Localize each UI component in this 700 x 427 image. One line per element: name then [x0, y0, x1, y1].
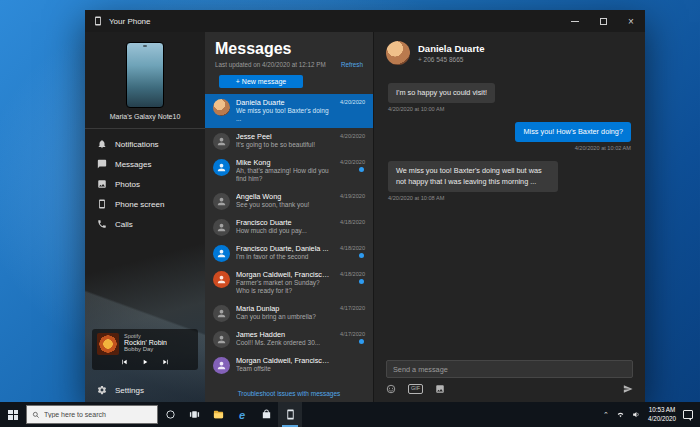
sidebar-item-messages[interactable]: Messages	[85, 154, 205, 174]
sidebar-item-notifications[interactable]: Notifications	[85, 134, 205, 154]
conversation-date: 4/18/2020	[340, 271, 365, 277]
unread-dot	[359, 339, 364, 344]
your-phone-taskbar-icon[interactable]	[278, 402, 302, 427]
conversation-date: 4/20/2020	[340, 133, 365, 139]
your-phone-window: Your Phone × Maria's Galaxy Note10 Notif…	[85, 10, 645, 402]
contact-avatar	[213, 219, 230, 236]
message-group-incoming: We miss you too! Baxter's doing well but…	[388, 161, 631, 200]
sidebar-item-phone-screen[interactable]: Phone screen	[85, 194, 205, 214]
previous-icon[interactable]	[120, 358, 128, 366]
message-group-incoming: I'm so happy you could visit! 4/20/2020 …	[388, 83, 631, 112]
conversation-preview: It's going to be so beautiful!	[236, 141, 331, 149]
person-icon	[216, 308, 227, 319]
outgoing-message-bubble: Miss you! How's Baxter doing?	[515, 122, 631, 142]
gif-icon[interactable]: GIF	[408, 384, 423, 394]
sidebar-item-label: Notifications	[115, 140, 159, 149]
tray-date: 4/20/2020	[648, 415, 676, 424]
phone-preview-image	[126, 42, 164, 108]
conversation-row-francisco-daniela-group[interactable]: Francisco Duarte, Daniela ... I'm in fav…	[205, 240, 373, 266]
conversation-preview: See you soon, thank you!	[236, 201, 331, 209]
conversation-row-james-hadden[interactable]: James Hadden Cool!! Ms. Zenk ordered 30.…	[205, 326, 373, 352]
file-explorer-icon[interactable]	[206, 402, 230, 427]
task-view-icon[interactable]	[182, 402, 206, 427]
contact-phone: + 206 545 8665	[418, 56, 485, 63]
sidebar: Maria's Galaxy Note10 Notifications Mess…	[85, 32, 205, 402]
sidebar-item-photos[interactable]: Photos	[85, 174, 205, 194]
conversation-row-jesse-peel[interactable]: Jesse Peel It's going to be so beautiful…	[205, 128, 373, 154]
conversation-row-maria-dunlap[interactable]: Maria Dunlap Can you bring an umbrella? …	[205, 300, 373, 326]
person-icon	[216, 248, 227, 259]
conversation-preview: Ah, that's amazing! How did you find him…	[236, 167, 331, 184]
volume-icon[interactable]	[632, 410, 641, 419]
message-timestamp: 4/20/2020 at 10:00 AM	[388, 106, 631, 112]
maximize-icon[interactable]	[589, 10, 617, 32]
conversation-row-team-offsite-group[interactable]: Morgan Caldwell, Francisco ... Team offs…	[205, 352, 373, 378]
network-icon[interactable]	[616, 410, 625, 419]
titlebar[interactable]: Your Phone ×	[85, 10, 645, 32]
contact-avatar	[213, 357, 230, 374]
conversation-name: Francisco Duarte	[236, 218, 331, 227]
minimize-icon[interactable]	[561, 10, 589, 32]
message-icon	[97, 159, 107, 169]
clock[interactable]: 10:53 AM 4/20/2020	[648, 406, 676, 423]
conversation-date: 4/20/2020	[340, 159, 365, 165]
contact-avatar	[213, 193, 230, 210]
conversation-name: Francisco Duarte, Daniela ...	[236, 244, 331, 253]
contact-avatar	[213, 133, 230, 150]
contact-avatar	[213, 271, 230, 288]
conversation-name: Mike Kong	[236, 158, 331, 167]
conversation-preview: Cool!! Ms. Zenk ordered 30...	[236, 339, 331, 347]
player-track-title: Rockin' Robin	[124, 339, 167, 346]
message-input[interactable]	[386, 360, 633, 378]
conversation-date: 4/17/2020	[340, 305, 365, 311]
sidebar-divider	[85, 128, 205, 129]
conversation-date: 4/19/2020	[340, 193, 365, 199]
conversation-date: 4/17/2020	[340, 331, 365, 337]
gear-icon	[97, 385, 107, 395]
search-input[interactable]	[44, 411, 152, 418]
contact-avatar	[213, 159, 230, 176]
message-thread: I'm so happy you could visit! 4/20/2020 …	[374, 73, 645, 352]
taskbar: e ⌃ 10:53 AM 4/20/2020	[0, 402, 700, 427]
taskbar-search[interactable]	[26, 405, 158, 424]
notification-center-icon[interactable]	[683, 410, 693, 419]
conversation-name: Angella Wong	[236, 192, 331, 201]
window-title: Your Phone	[109, 17, 151, 26]
unread-dot	[359, 253, 364, 258]
store-icon[interactable]	[254, 402, 278, 427]
person-icon	[216, 136, 227, 147]
message-timestamp: 4/20/2020 at 10:02 AM	[388, 145, 631, 151]
close-icon[interactable]: ×	[617, 10, 645, 32]
sidebar-item-settings[interactable]: Settings	[97, 385, 144, 395]
messages-list-panel: Messages Last updated on 4/20/2020 at 12…	[205, 32, 373, 402]
conversation-row-francisco-duarte[interactable]: Francisco Duarte How much did you pay...…	[205, 214, 373, 240]
conversation-preview: How much did you pay...	[236, 227, 331, 235]
search-icon	[32, 411, 40, 419]
send-icon[interactable]	[623, 384, 633, 394]
sidebar-item-label: Calls	[115, 220, 133, 229]
contact-avatar	[386, 41, 410, 65]
image-icon[interactable]	[435, 384, 445, 394]
conversation-row-mike-kong[interactable]: Mike Kong Ah, that's amazing! How did yo…	[205, 154, 373, 188]
conversation-name: James Hadden	[236, 330, 331, 339]
play-icon[interactable]	[141, 358, 149, 366]
next-icon[interactable]	[162, 358, 170, 366]
edge-icon[interactable]: e	[230, 402, 254, 427]
sidebar-item-calls[interactable]: Calls	[85, 214, 205, 234]
troubleshoot-link[interactable]: Troubleshoot issues with messages	[205, 386, 373, 399]
chat-panel: Daniela Duarte + 206 545 8665 I'm so hap…	[373, 32, 645, 402]
chevron-up-icon[interactable]: ⌃	[603, 411, 609, 419]
conversation-row-daniela-duarte[interactable]: Daniela Duarte We miss you too! Baxter's…	[205, 94, 373, 128]
person-icon	[216, 360, 227, 371]
start-icon[interactable]	[0, 402, 26, 427]
cortana-icon[interactable]	[158, 402, 182, 427]
device-name: Maria's Galaxy Note10	[85, 113, 205, 120]
person-icon	[216, 162, 227, 173]
conversation-row-angella-wong[interactable]: Angella Wong See you soon, thank you! 4/…	[205, 188, 373, 214]
conversation-preview: Can you bring an umbrella?	[236, 313, 331, 321]
emoji-icon[interactable]	[386, 384, 396, 394]
refresh-link[interactable]: Refresh	[341, 61, 363, 68]
conversation-row-morgan-francisco-group[interactable]: Morgan Caldwell, Francisco ... Farmer's …	[205, 266, 373, 300]
last-updated-text: Last updated on 4/20/2020 at 12:12 PM	[215, 61, 326, 68]
new-message-button[interactable]: + New message	[219, 75, 303, 88]
